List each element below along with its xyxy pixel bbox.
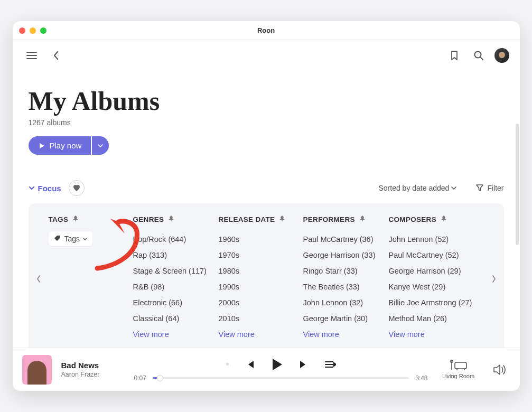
composer-item[interactable]: John Lennon (52)	[389, 231, 484, 247]
column-header-tags[interactable]: TAGS	[49, 215, 133, 224]
play-button-label: Play now	[50, 141, 82, 150]
column-header-release[interactable]: RELEASE DATE	[219, 215, 303, 224]
view-more-performers[interactable]: View more	[303, 326, 389, 342]
genre-item[interactable]: Classical (64)	[133, 311, 219, 326]
topbar	[13, 40, 520, 71]
progress-bar[interactable]	[153, 377, 409, 379]
minimize-window-button[interactable]	[30, 27, 36, 34]
traffic-lights	[19, 27, 46, 34]
focus-columns: TAGS Tags GENRES	[49, 215, 484, 342]
hamburger-icon	[26, 51, 37, 60]
genre-item[interactable]: Stage & Screen (117)	[133, 263, 219, 279]
composer-item[interactable]: Kanye West (29)	[389, 279, 484, 295]
performer-item[interactable]: John Lennon (32)	[303, 295, 389, 311]
zone-label: Living Room	[442, 373, 474, 380]
release-item[interactable]: 1990s	[219, 279, 303, 295]
performer-item[interactable]: The Beatles (33)	[303, 279, 389, 295]
focus-toggle[interactable]: Focus	[29, 184, 61, 193]
view-more-release[interactable]: View more	[219, 326, 303, 342]
svg-point-0	[474, 52, 481, 58]
svg-rect-2	[455, 362, 466, 369]
now-playing-info[interactable]: Bad News Aaron Frazer	[61, 361, 125, 378]
queue-button[interactable]	[324, 360, 336, 369]
play-icon	[38, 142, 45, 149]
tags-chip-label: Tags	[64, 235, 80, 243]
column-header-label: TAGS	[49, 216, 69, 223]
composer-item[interactable]: Billie Joe Armstrong (27)	[389, 295, 484, 311]
prev-track-button[interactable]	[244, 359, 256, 370]
close-window-button[interactable]	[19, 27, 25, 34]
search-icon	[473, 50, 484, 61]
column-header-label: RELEASE DATE	[219, 216, 275, 223]
progress-thumb[interactable]	[157, 375, 163, 381]
volume-button[interactable]	[489, 352, 510, 387]
column-performers: PERFORMERS Paul McCartney (36) George Ha…	[303, 215, 389, 342]
performer-item[interactable]: George Harrison (33)	[303, 247, 389, 263]
next-track-button[interactable]	[298, 359, 310, 370]
loop-indicator-icon: •	[226, 358, 229, 370]
column-header-composers[interactable]: COMPOSERS	[389, 215, 484, 224]
back-button[interactable]	[48, 47, 64, 64]
funnel-icon	[475, 184, 484, 192]
play-pause-button[interactable]	[270, 358, 283, 371]
genre-item[interactable]: Electronic (66)	[133, 295, 219, 311]
progress-row: 0:07 3:48	[134, 374, 428, 382]
menu-button[interactable]	[23, 47, 40, 64]
release-item[interactable]: 2000s	[219, 295, 303, 311]
pin-icon	[441, 215, 447, 224]
composer-item[interactable]: George Harrison (29)	[389, 263, 484, 279]
scrollbar[interactable]	[516, 124, 519, 245]
panel-next-button[interactable]	[487, 272, 501, 286]
play-options-button[interactable]	[91, 136, 109, 155]
filter-label: Filter	[487, 184, 503, 192]
list-controls: Focus Sorted by date added Filter	[29, 180, 504, 196]
zone-icon	[450, 359, 468, 372]
album-count: 1267 albums	[29, 118, 504, 127]
release-item[interactable]: 2010s	[219, 311, 303, 326]
genre-item[interactable]: Rap (313)	[133, 247, 219, 263]
content-area: My Albums 1267 albums Play now Focus	[13, 71, 520, 348]
now-playing-album-art[interactable]	[22, 355, 52, 385]
titlebar: Roon	[13, 21, 520, 40]
view-more-genres[interactable]: View more	[133, 326, 219, 342]
sort-button[interactable]: Sorted by date added	[378, 184, 456, 192]
pin-icon	[72, 215, 79, 224]
panel-prev-button[interactable]	[32, 272, 45, 286]
genre-item[interactable]: Pop/Rock (644)	[133, 231, 219, 247]
column-release-date: RELEASE DATE 1960s 1970s 1980s 1990s 200…	[219, 215, 303, 342]
release-item[interactable]: 1970s	[219, 247, 303, 263]
user-avatar[interactable]	[494, 48, 509, 63]
performer-item[interactable]: Paul McCartney (36)	[303, 231, 389, 247]
play-button-group: Play now	[29, 136, 109, 155]
view-more-composers[interactable]: View more	[389, 326, 484, 342]
window-title: Roon	[13, 26, 520, 34]
speaker-icon	[493, 364, 507, 376]
column-header-label: PERFORMERS	[303, 216, 355, 223]
pin-icon	[168, 215, 174, 224]
search-button[interactable]	[470, 47, 487, 64]
performer-item[interactable]: George Martin (30)	[303, 311, 389, 326]
release-item[interactable]: 1960s	[219, 231, 303, 247]
caret-down-icon	[98, 144, 103, 147]
player-center: • 0:07 3:48	[134, 352, 428, 387]
play-now-button[interactable]: Play now	[29, 136, 91, 155]
heart-icon	[72, 184, 81, 192]
column-header-genres[interactable]: GENRES	[133, 215, 219, 224]
zone-selector[interactable]: Living Room	[437, 352, 480, 387]
pin-icon	[359, 215, 366, 224]
column-header-performers[interactable]: PERFORMERS	[303, 215, 389, 224]
maximize-window-button[interactable]	[40, 27, 46, 34]
performer-item[interactable]: Ringo Starr (33)	[303, 263, 389, 279]
filter-button[interactable]: Filter	[475, 184, 503, 192]
app-window: Roon My Albums 1267 albums Play now	[13, 21, 520, 391]
sort-label-text: Sorted by date added	[378, 184, 449, 192]
composer-item[interactable]: Method Man (26)	[389, 311, 484, 326]
total-time: 3:48	[415, 374, 427, 382]
bookmark-button[interactable]	[446, 47, 463, 64]
favorites-filter[interactable]	[69, 180, 85, 196]
composer-item[interactable]: Paul McCartney (52)	[389, 247, 484, 263]
genre-item[interactable]: R&B (98)	[133, 279, 219, 295]
tags-chip[interactable]: Tags	[49, 231, 93, 246]
release-item[interactable]: 1980s	[219, 263, 303, 279]
column-tags: TAGS Tags	[49, 215, 133, 342]
